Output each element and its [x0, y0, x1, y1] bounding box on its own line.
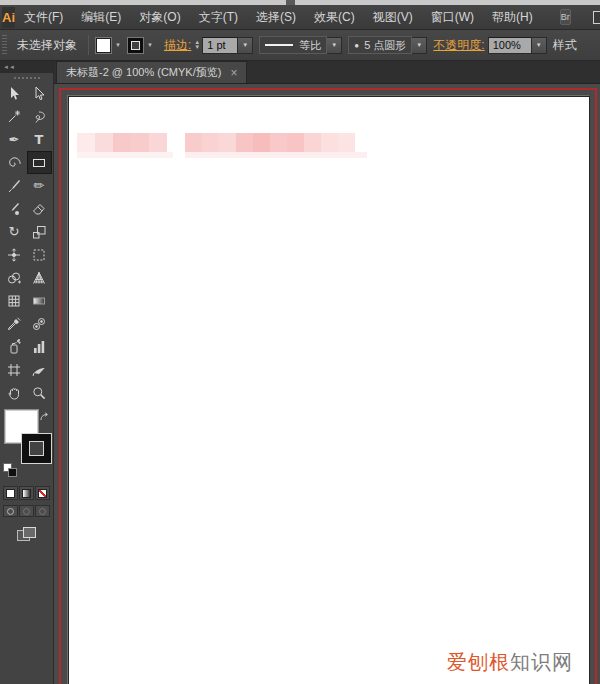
mesh-tool[interactable]: [2, 289, 27, 312]
menu-edit[interactable]: 编辑(E): [72, 5, 130, 30]
lasso-tool[interactable]: [27, 105, 52, 128]
toolbar-drag-handle[interactable]: [0, 73, 53, 82]
document-tab-title: 未标题-2 @ 100% (CMYK/预览): [66, 65, 221, 80]
watermark: 爱刨根知识网: [447, 649, 573, 676]
gradient-tool[interactable]: [27, 289, 52, 312]
color-button[interactable]: [3, 486, 18, 500]
swap-fill-stroke-icon[interactable]: [39, 409, 50, 427]
brush-dropdown-button[interactable]: ▼: [412, 37, 427, 54]
censored-text-shadow: [77, 152, 173, 158]
workspace-layout-icon: [593, 11, 600, 24]
direct-selection-tool[interactable]: [27, 82, 52, 105]
rotate-tool[interactable]: ↻: [2, 220, 27, 243]
watermark-brand: 爱刨根: [447, 651, 510, 673]
control-bar-grip[interactable]: [2, 35, 7, 55]
menu-help[interactable]: 帮助(H): [483, 5, 542, 30]
illustrator-logo: Ai: [2, 7, 15, 28]
fill-stroke-indicator: [0, 408, 53, 482]
window-edge-strip: [0, 0, 600, 5]
symbol-sprayer-tool[interactable]: [2, 335, 27, 358]
spiral-tool[interactable]: [2, 151, 27, 174]
blob-brush-tool[interactable]: [2, 197, 27, 220]
menu-bar: Ai 文件(F) 编辑(E) 对象(O) 文字(T) 选择(S) 效果(C) 视…: [0, 5, 600, 30]
censored-text-block: [185, 133, 355, 152]
opacity-dropdown-button[interactable]: ▼: [532, 37, 547, 54]
censored-text-shadow: [185, 152, 367, 158]
main-area: ◄◄ ✒ T ✏: [0, 61, 600, 684]
workspace-switcher[interactable]: ▼: [593, 11, 600, 24]
artboard-tool[interactable]: [2, 358, 27, 381]
toolbar-collapse-button[interactable]: ◄◄: [0, 61, 53, 73]
document-area: 未标题-2 @ 100% (CMYK/预览) × 爱刨根知识网: [54, 61, 600, 684]
artboard[interactable]: 爱刨根知识网: [68, 96, 590, 684]
rectangle-tool[interactable]: [27, 151, 52, 174]
none-button[interactable]: [35, 486, 50, 500]
draw-normal-button[interactable]: [3, 505, 18, 517]
drawing-mode-buttons: [0, 505, 53, 517]
eraser-tool[interactable]: [27, 197, 52, 220]
draw-inside-button[interactable]: [35, 505, 50, 517]
perspective-grid-tool[interactable]: [27, 266, 52, 289]
magic-wand-tool[interactable]: [2, 105, 27, 128]
document-tab[interactable]: 未标题-2 @ 100% (CMYK/预览) ×: [56, 61, 247, 83]
menu-select[interactable]: 选择(S): [247, 5, 305, 30]
close-icon[interactable]: ×: [230, 68, 237, 78]
control-bar: 未选择对象 ▼ ▼ 描边: ▲▼ 1 pt ▼ 等比 ▼ ● 5 点圆形 ▼ 不…: [0, 30, 600, 61]
fill-color-control[interactable]: ▼: [96, 38, 124, 53]
selection-tool[interactable]: [2, 82, 27, 105]
width-profile-select[interactable]: 等比: [259, 36, 327, 54]
stroke-width-dropdown-button[interactable]: ▼: [238, 37, 253, 54]
hand-tool[interactable]: [2, 381, 27, 404]
window-edge-artifact: [286, 0, 295, 5]
default-fill-stroke-icon[interactable]: [3, 463, 17, 477]
chevron-down-icon[interactable]: ▼: [144, 38, 156, 53]
tool-grid: ✒ T ✏ ↻: [0, 82, 53, 404]
brush-definition-select[interactable]: ● 5 点圆形: [348, 36, 412, 54]
canvas[interactable]: 爱刨根知识网: [54, 84, 600, 684]
zoom-tool[interactable]: [27, 381, 52, 404]
menu-file[interactable]: 文件(F): [15, 5, 72, 30]
shape-builder-tool[interactable]: [2, 266, 27, 289]
stroke-swatch[interactable]: [128, 38, 143, 53]
menu-view[interactable]: 视图(V): [364, 5, 422, 30]
selection-status-label: 未选择对象: [17, 37, 77, 54]
brush-definition-value: 5 点圆形: [364, 38, 406, 53]
pen-tool[interactable]: ✒: [2, 128, 27, 151]
menu-window[interactable]: 窗口(W): [422, 5, 483, 30]
draw-behind-button[interactable]: [19, 505, 34, 517]
opacity-input[interactable]: 100%: [488, 37, 532, 54]
opacity-panel-link[interactable]: 不透明度:: [433, 37, 484, 54]
chevron-down-icon[interactable]: ▼: [112, 38, 124, 53]
censored-text-block: [77, 133, 167, 152]
style-label[interactable]: 样式: [553, 37, 577, 54]
stroke-proxy-swatch[interactable]: [21, 433, 52, 464]
type-tool[interactable]: T: [27, 128, 52, 151]
slice-tool[interactable]: [27, 358, 52, 381]
fill-swatch[interactable]: [96, 38, 111, 53]
stroke-panel-link[interactable]: 描边:: [164, 37, 191, 54]
eyedropper-tool[interactable]: [2, 312, 27, 335]
gradient-button[interactable]: [19, 486, 34, 500]
menu-effect[interactable]: 效果(C): [305, 5, 364, 30]
menu-object[interactable]: 对象(O): [130, 5, 189, 30]
stroke-profile-line-icon: [265, 44, 293, 46]
width-profile-value: 等比: [299, 38, 321, 53]
width-tool[interactable]: [2, 243, 27, 266]
screen-mode-button[interactable]: [17, 527, 37, 543]
divider: [88, 35, 89, 55]
menu-type[interactable]: 文字(T): [190, 5, 247, 30]
stroke-width-stepper[interactable]: ▲▼: [194, 40, 200, 50]
stroke-width-input[interactable]: 1 pt: [202, 37, 238, 54]
bridge-button[interactable]: Br: [560, 9, 571, 25]
free-transform-tool[interactable]: [27, 243, 52, 266]
brush-dot-icon: ●: [354, 41, 359, 50]
pencil-tool[interactable]: ✏: [27, 174, 52, 197]
blend-tool[interactable]: [27, 312, 52, 335]
width-profile-dropdown-button[interactable]: ▼: [327, 37, 342, 54]
document-tab-bar: 未标题-2 @ 100% (CMYK/预览) ×: [54, 61, 600, 84]
stroke-color-control[interactable]: ▼: [128, 38, 156, 53]
scale-tool[interactable]: [27, 220, 52, 243]
paintbrush-tool[interactable]: [2, 174, 27, 197]
column-graph-tool[interactable]: [27, 335, 52, 358]
watermark-suffix: 知识网: [510, 651, 573, 673]
